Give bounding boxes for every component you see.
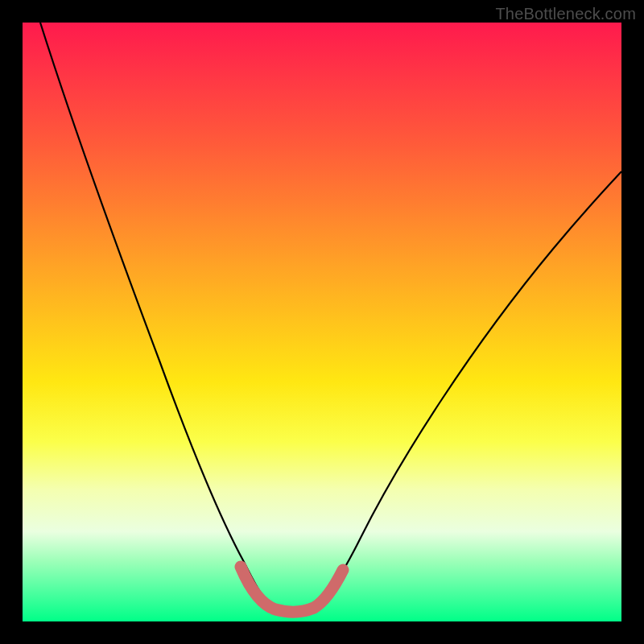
highlight-dot xyxy=(236,562,246,572)
highlight-dot xyxy=(338,565,348,575)
chart-frame: TheBottleneck.com xyxy=(0,0,644,644)
plot-area xyxy=(23,23,621,621)
curve-layer xyxy=(23,23,621,621)
watermark-text: TheBottleneck.com xyxy=(495,5,636,23)
highlight-band xyxy=(241,567,343,612)
bottleneck-curve xyxy=(40,23,621,611)
